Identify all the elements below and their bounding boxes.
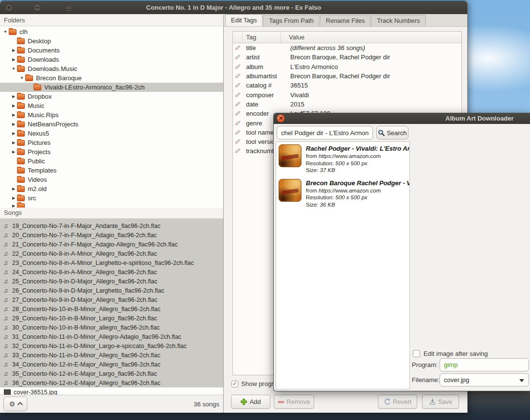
folder-tree-row[interactable]: ▼ Brecon Baroque [0, 73, 223, 83]
folder-icon [17, 131, 25, 137]
song-row[interactable]: ♫ 19_Concerto-No-7-in-F-Major_Andante_fl… [0, 221, 223, 230]
album-art-thumbnail[interactable] [279, 144, 301, 167]
folder-tree-row[interactable]: ▶ NetBeansProjects [0, 120, 223, 129]
filename-combobox[interactable]: cover.jpg [440, 373, 529, 386]
expander-icon[interactable]: ▼ [10, 67, 17, 71]
song-row[interactable]: ♫ 35_Concerto-No-12-in-E-Major_Largo_fla… [0, 369, 223, 378]
dialog-titlebar[interactable]: ✕ Album Art Downloader [274, 113, 530, 124]
save-button[interactable]: Save [422, 395, 459, 409]
folder-tree-row[interactable]: ▶ m2.old [0, 184, 223, 193]
song-label: 28_Concerto-No-10-in-B-Minor_Allegro_fla… [12, 306, 160, 313]
tag-row[interactable]: artist Brecon Baroque, Rachel Podger dir [233, 52, 461, 62]
song-row[interactable]: ♫ 31_Concerto-No-11-in-D-Minor_Allegro-A… [0, 332, 223, 341]
folder-tree-row[interactable]: Public [0, 157, 223, 166]
expander-icon[interactable]: ▼ [18, 76, 25, 80]
song-row[interactable]: ♫ 33_Concerto-No-11-in-D-Minor_Allegro_f… [0, 350, 223, 360]
expander-icon[interactable]: ▶ [10, 196, 17, 200]
expander-icon[interactable]: ▶ [10, 140, 17, 145]
dialog-close-icon[interactable]: ✕ [277, 114, 285, 122]
remove-button[interactable]: Remove [274, 395, 314, 409]
show-progress-checkbox[interactable] [231, 381, 238, 387]
expander-icon[interactable]: ▶ [10, 94, 17, 99]
expander-icon[interactable]: ▶ [10, 113, 17, 117]
song-row[interactable]: ♫ 23_Concerto-No-8-in-A-Minor_Larghetto-… [0, 258, 223, 267]
folder-label: Vivaldi-LEstro-Armonico_flac96-2ch [44, 84, 144, 91]
tag-row[interactable]: composer Vivaldi [233, 90, 461, 99]
tab[interactable]: Track Numbers [371, 15, 425, 26]
song-options-button[interactable]: ⚙ [3, 397, 27, 411]
folder-tree-row[interactable]: Templates [0, 166, 223, 175]
folder-tree-row[interactable]: ▶ Dropbox [0, 92, 223, 101]
album-art-result-row[interactable]: Rachel Podger - Vivaldi: L'Estro Ar… fro… [276, 142, 409, 176]
song-row[interactable]: ♫ 20_Concerto-No-7-in-F-Major_Adagio_fla… [0, 230, 223, 240]
album-art-thumbnail[interactable] [279, 179, 301, 202]
song-row[interactable]: ♫ 25_Concerto-No-9-in-D-Major_Allegro_fl… [0, 277, 223, 286]
song-count: 36 songs [194, 401, 219, 408]
add-button[interactable]: Add [231, 395, 270, 409]
expander-icon[interactable]: ▶ [10, 104, 17, 108]
show-progress-option[interactable]: Show progr [231, 380, 273, 387]
tag-value: 36515 [281, 82, 308, 89]
song-label: 26_Concerto-No-9-in-D-Major_Larghetto_fl… [12, 287, 164, 294]
song-row[interactable]: ♫ 27_Concerto-No-9-in-D-Major_Allegro_fl… [0, 295, 223, 304]
tag-table-header[interactable]: Tag Value [233, 32, 461, 43]
song-row[interactable]: ♫ 24_Concerto-No-8-in-A-Minor_Allegro_fl… [0, 267, 223, 277]
folder-tree-row[interactable]: ▼ Downloads.Music [0, 64, 223, 73]
expander-icon[interactable]: ▼ [2, 30, 9, 34]
tag-row[interactable]: date 2015 [233, 100, 461, 109]
tag-row[interactable]: title (different across 36 songs) [233, 43, 461, 52]
tab[interactable]: Edit Tags [225, 14, 263, 26]
tag-row[interactable]: album L'Estro Armonico [233, 62, 461, 71]
song-row[interactable]: ♫ 36_Concerto-No-12-in-E-Major_Allegro_f… [0, 378, 223, 387]
folder-tree-row[interactable]: ▶ Downloads [0, 55, 223, 64]
folder-tree-row[interactable]: ▶ Projects [0, 147, 223, 157]
folder-tree-row[interactable]: ▶ Documents [0, 46, 223, 55]
search-input[interactable] [277, 126, 373, 140]
song-row[interactable]: ♫ 29_Concerto-No-10-in-B-Minor_Largo_fla… [0, 314, 223, 323]
expander-icon[interactable]: ▶ [10, 150, 17, 154]
expander-icon[interactable]: ▶ [10, 187, 17, 191]
folder-tree-row[interactable]: Videos [0, 175, 223, 184]
folder-tree-row[interactable]: ▼ clh [0, 27, 223, 36]
search-button[interactable]: Search [376, 126, 408, 140]
edit-image-checkbox[interactable] [413, 350, 420, 357]
song-row[interactable]: ♫ 30_Concerto-No-10-in-B-Minor_allegro_f… [0, 323, 223, 332]
folder-tree-row[interactable]: ▶ Music [0, 101, 223, 110]
folder-tree[interactable]: ▼ clh Desktop ▶ Documents ▶ Downloads ▼ … [0, 26, 223, 201]
song-row[interactable]: ♫ 28_Concerto-No-10-in-B-Minor_Allegro_f… [0, 304, 223, 314]
expander-icon[interactable]: ▶ [10, 131, 17, 136]
song-row[interactable]: ♫ 32_Concerto-No-11-in-D-Minor_Largo-e-s… [0, 341, 223, 350]
song-list[interactable]: ♫ 19_Concerto-No-7-in-F-Major_Andante_fl… [0, 219, 223, 395]
song-row[interactable]: ♫ 21_Concerto-No-7-in-F-Major_Adagio-All… [0, 240, 223, 249]
header-tag-column[interactable]: Tag [243, 32, 281, 43]
album-art-result-row[interactable]: Brecon Baroque Rachel Podger - Vi… from … [276, 176, 409, 211]
expander-icon[interactable]: ▶ [10, 57, 17, 62]
tab[interactable]: Rename Files [320, 15, 371, 26]
music-note-icon: ♫ [3, 295, 12, 304]
pencil-icon [233, 62, 243, 71]
window-titlebar[interactable]: ✕ — Concerto No. 1 in D Major - Allegro … [0, 1, 467, 14]
song-row[interactable]: ♫ 34_Concerto-No-12-in-E-Major_Allegro_f… [0, 360, 223, 369]
tag-row[interactable]: catalog # 36515 [233, 81, 461, 90]
edit-image-option[interactable]: Edit image after saving [413, 350, 488, 357]
folder-tree-row[interactable]: ▶ src [0, 193, 223, 201]
song-row[interactable]: cover-36515.jpg [0, 387, 223, 395]
song-row[interactable]: ♫ 26_Concerto-No-9-in-D-Major_Larghetto_… [0, 286, 223, 295]
folder-tree-row[interactable]: Vivaldi-LEstro-Armonico_flac96-2ch [0, 83, 223, 92]
program-input[interactable] [440, 358, 529, 371]
tab[interactable]: Tags From Path [263, 15, 319, 26]
music-note-icon: ♫ [3, 230, 12, 240]
revert-button[interactable]: Revert [378, 395, 417, 409]
folder-tree-row[interactable]: Desktop [0, 36, 223, 46]
editor-tabs[interactable]: Edit Tags Tags From Path Rename Files Tr… [224, 14, 467, 27]
folder-tree-row[interactable]: ▶ Music.Rips [0, 110, 223, 120]
folder-tree-row[interactable]: ▶ Nexus5 [0, 129, 223, 138]
header-value-column[interactable]: Value [281, 32, 461, 43]
album-art-results-list[interactable]: Rachel Podger - Vivaldi: L'Estro Ar… fro… [276, 141, 410, 389]
song-row[interactable]: ♫ 22_Concerto-No-8-in-A-Minor_Allegro_fl… [0, 249, 223, 258]
expander-icon[interactable]: ▶ [10, 122, 17, 126]
tag-row[interactable]: albumartist Brecon Baroque, Rachel Podge… [233, 71, 461, 81]
expander-icon[interactable]: ▶ [10, 48, 17, 52]
folder-tree-row[interactable]: ▶ Pictures [0, 138, 223, 147]
music-note-icon: ♫ [3, 378, 12, 387]
